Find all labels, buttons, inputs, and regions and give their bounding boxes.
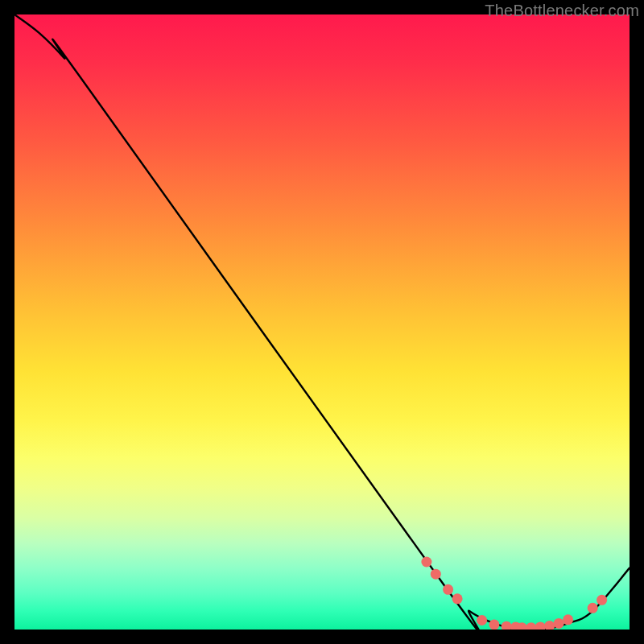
chart-plot-area xyxy=(14,14,630,630)
chart-marker xyxy=(489,619,499,630)
chart-marker xyxy=(452,593,463,604)
chart-marker xyxy=(502,621,512,630)
chart-frame: TheBottlenecker.com xyxy=(0,0,644,644)
chart-marker xyxy=(535,621,546,630)
chart-marker xyxy=(544,621,555,630)
chart-curve xyxy=(14,14,630,630)
chart-marker xyxy=(477,615,487,625)
chart-marker xyxy=(443,584,453,595)
chart-marker xyxy=(597,595,607,605)
watermark-text: TheBottlenecker.com xyxy=(485,2,639,20)
chart-svg xyxy=(14,14,630,630)
chart-marker xyxy=(563,614,573,625)
chart-marker xyxy=(554,618,564,629)
chart-marker xyxy=(588,603,598,613)
chart-marker xyxy=(526,622,536,630)
chart-marker xyxy=(431,569,441,580)
chart-markers xyxy=(421,557,607,630)
chart-marker xyxy=(421,557,431,568)
